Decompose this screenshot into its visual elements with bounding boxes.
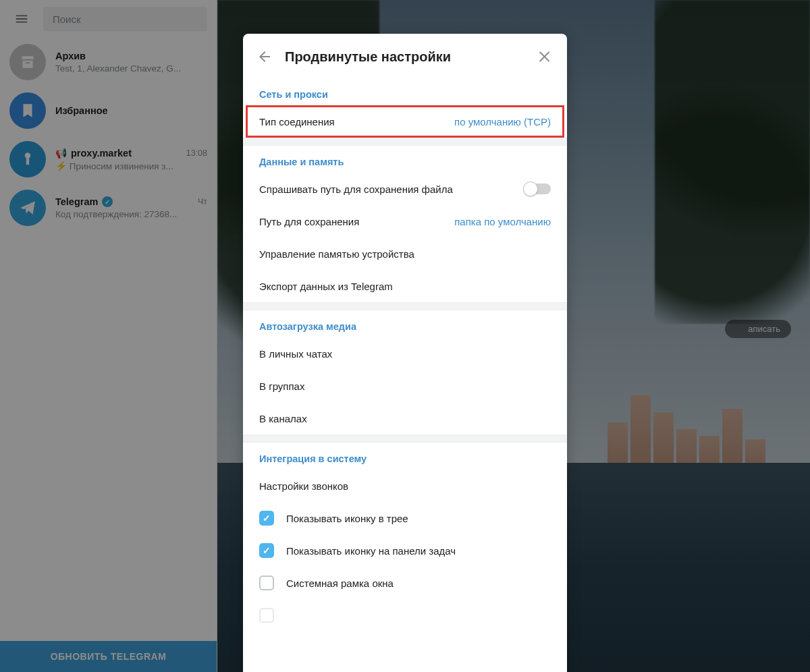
row-label: Системная рамка окна: [286, 578, 394, 589]
row-media-groups[interactable]: В группах: [243, 370, 567, 402]
section-header-data: Данные и память: [243, 146, 567, 173]
modal-body: Сеть и прокси Тип соединения по умолчани…: [243, 78, 567, 672]
section-header-system: Интеграция в систему: [243, 443, 567, 470]
row-media-channels[interactable]: В каналах: [243, 402, 567, 435]
checkbox-cut-off[interactable]: [259, 608, 274, 623]
advanced-settings-modal: Продвинутые настройки Сеть и прокси Тип …: [243, 34, 567, 672]
arrow-left-icon: [256, 49, 273, 65]
row-label: Управление памятью устройства: [259, 248, 414, 260]
row-label: В группах: [259, 381, 304, 392]
row-label: Показывать иконку в трее: [286, 513, 408, 524]
row-taskbar-icon[interactable]: Показывать иконку на панели задач: [243, 534, 567, 567]
back-button[interactable]: [256, 49, 273, 65]
row-memory-management[interactable]: Управление памятью устройства: [243, 237, 567, 270]
row-cut-off[interactable]: [243, 599, 567, 632]
row-label: Тип соединения: [259, 116, 335, 128]
row-label: В личных чатах: [259, 348, 332, 360]
row-export-data[interactable]: Экспорт данных из Telegram: [243, 270, 567, 302]
row-label: Экспорт данных из Telegram: [259, 281, 393, 292]
row-tray-icon[interactable]: Показывать иконку в трее: [243, 502, 567, 534]
section-divider: [243, 435, 567, 443]
toggle-ask-save-path[interactable]: [524, 184, 551, 194]
modal-header: Продвинутые настройки: [243, 34, 567, 78]
row-label: Показывать иконку на панели задач: [286, 545, 456, 557]
modal-title: Продвинутые настройки: [285, 49, 525, 65]
close-button[interactable]: [537, 49, 554, 65]
checkbox-tray-icon[interactable]: [259, 511, 274, 526]
row-call-settings[interactable]: Настройки звонков: [243, 470, 567, 502]
row-label: В каналах: [259, 413, 307, 424]
row-connection-type[interactable]: Тип соединения по умолчанию (TCP): [243, 105, 567, 138]
row-label: Спрашивать путь для сохранения файла: [259, 184, 453, 195]
section-header-media: Автозагрузка медиа: [243, 310, 567, 337]
section-header-network: Сеть и прокси: [243, 78, 567, 105]
row-label: Настройки звонков: [259, 480, 348, 492]
section-divider: [243, 138, 567, 146]
row-media-private[interactable]: В личных чатах: [243, 337, 567, 370]
row-system-frame[interactable]: Системная рамка окна: [243, 567, 567, 599]
close-icon: [537, 49, 554, 65]
app-root: Архив Test, 1, Alexander Chavez, G... Из…: [0, 0, 810, 672]
checkbox-taskbar-icon[interactable]: [259, 543, 274, 558]
section-divider: [243, 302, 567, 310]
highlighted-row-wrap: Тип соединения по умолчанию (TCP) 3: [243, 105, 567, 138]
row-value: папка по умолчанию: [454, 216, 551, 227]
row-value: по умолчанию (TCP): [454, 116, 551, 128]
row-save-path[interactable]: Путь для сохранения папка по умолчанию: [243, 205, 567, 237]
row-ask-save-path[interactable]: Спрашивать путь для сохранения файла: [243, 173, 567, 205]
row-label: Путь для сохранения: [259, 216, 359, 227]
checkbox-system-frame[interactable]: [259, 576, 274, 590]
